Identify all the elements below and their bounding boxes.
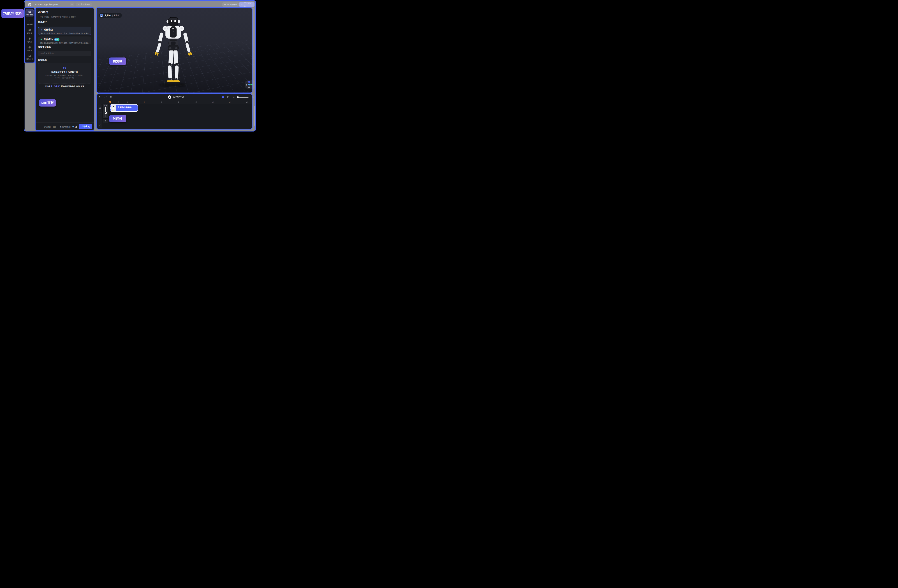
sidebar-item-expression-library[interactable]: 表情库 <box>26 29 34 34</box>
synthesize-save-button[interactable]: 合成并保存 <box>222 2 239 7</box>
screenshot-stage: A1机器人动作-我的项目1 文件未保存 合成并保存 下发到设备 动作模仿 <box>0 0 281 132</box>
gizmo-z-axis[interactable]: Z <box>248 81 250 83</box>
sidebar-item-label: 音频库 <box>27 49 32 52</box>
motion-track-icon[interactable] <box>99 115 101 117</box>
credits-remaining-label: 剩余积分 <box>44 126 52 128</box>
panel-subtitle: 上传个人视频，系统智能转换为机器人动作脚本 <box>38 16 76 18</box>
panel-footer-divider <box>35 122 94 123</box>
track-type-column <box>98 105 102 128</box>
sidebar-item-label: 动作模仿 <box>26 14 33 16</box>
sidebar-item-motion-library[interactable]: 动作库 <box>26 37 34 43</box>
lightning-icon <box>40 29 43 31</box>
pencil-icon <box>71 3 73 6</box>
ruler-minor-tick <box>187 101 187 103</box>
timeline-clip[interactable]: 超帅走路姿势 <box>110 104 138 112</box>
volume-thumb[interactable] <box>105 112 107 114</box>
ruler-tick-label: 10f <box>195 101 197 103</box>
audio-frame-icon <box>28 46 31 49</box>
video-upload-dropzone[interactable]: 拖拽至此或点击上传视频文件 支持 mp4、avi、mov 等格式，视频长度 30… <box>38 63 91 84</box>
timeline-scrollbar[interactable] <box>254 106 254 126</box>
sparkles-icon <box>28 20 31 23</box>
preview-viewport[interactable]: 灵犀X2 青春版 Z Y <box>97 8 254 92</box>
clip-trim-handle-left[interactable] <box>111 107 111 109</box>
play-button[interactable] <box>168 95 171 99</box>
function-panel: 动作模仿 上传个人视频，系统智能转换为机器人动作脚本 选择模式 动作模仿 快速模… <box>35 8 94 131</box>
zoom-in-button[interactable] <box>251 96 254 99</box>
credits-cost-label: 本次消耗积分 <box>60 126 71 128</box>
axis-gizmo[interactable]: Z Y <box>245 80 254 89</box>
sidebar-item-audio-arrange[interactable]: 音频编排 <box>26 20 34 26</box>
clip-trim-handle-right[interactable] <box>137 107 137 109</box>
fit-width-button[interactable] <box>227 95 230 98</box>
rename-project-button[interactable] <box>70 3 74 6</box>
ruler-tick-label: 12f <box>212 101 214 103</box>
ruler-minor-tick <box>118 101 119 103</box>
sidebar-item-label: 我的任务 <box>26 58 33 60</box>
material-name-label: 编辑素材名称 <box>38 46 51 49</box>
annotation-label-panel: 功能面板 <box>39 99 56 106</box>
timeline-zoom-slider[interactable] <box>237 97 249 97</box>
upload-hint-line1: 支持 mp4、avi、mov 等格式，视频长度 30 秒以内， <box>38 74 91 77</box>
app-logo-icon <box>28 3 32 6</box>
timeline-panel: 00:00 / 00:30 0f2f4f6f8f10f12f14f16f <box>97 94 254 129</box>
save-status-text: 文件未保存 <box>81 3 90 6</box>
gizmo-axis-neg[interactable] <box>248 86 250 88</box>
ruler-tick-label: 8f <box>178 101 179 103</box>
deploy-device-button[interactable]: 下发到设备 <box>239 2 254 7</box>
annotation-label-preview: 预览区 <box>109 57 126 65</box>
toolbar-divider <box>97 100 254 100</box>
play-icon <box>169 97 171 98</box>
undo-button[interactable] <box>99 96 101 99</box>
model-badge: 灵犀X2 青春版 <box>99 13 122 18</box>
gizmo-y-axis[interactable]: Y <box>248 84 250 86</box>
audio-track-icon[interactable] <box>99 123 101 126</box>
synthesize-save-label: 合成并保存 <box>228 3 237 6</box>
film-reel-icon <box>63 66 67 70</box>
gizmo-axis-neg[interactable] <box>246 84 247 86</box>
titlebar: A1机器人动作-我的项目1 文件未保存 合成并保存 下发到设备 <box>25 1 254 8</box>
credits-remaining-value: 300 <box>52 126 56 128</box>
gem-icon <box>72 126 74 128</box>
mode-desc: 快速模仿普通难度的全身动作，适用于小品戏剧等简单动作的快速演绎 <box>40 32 89 35</box>
delete-button[interactable] <box>110 95 112 98</box>
ruler-tick-label: 14f <box>229 101 231 103</box>
material-name-input[interactable] <box>38 51 91 56</box>
fit-clips-button[interactable] <box>221 96 224 99</box>
zoom-out-button[interactable] <box>232 96 235 99</box>
volume-value: 40% <box>103 105 109 106</box>
requirement-prefix: 请根据 <box>45 85 50 87</box>
ruler-minor-tick <box>221 101 221 103</box>
volume-popover: 40% <box>103 104 109 118</box>
sidebar-item-audio-library[interactable]: 音频库 <box>26 46 34 52</box>
mode-card-fast[interactable]: 动作模仿 快速模仿普通难度的全身动作，适用于小品戏剧等简单动作的快速演绎 <box>38 26 91 35</box>
sidebar-item-label: 音频编排 <box>26 23 33 26</box>
save-status: 文件未保存 <box>76 3 92 6</box>
mute-button[interactable] <box>103 119 109 123</box>
expression-track-icon[interactable] <box>99 107 101 109</box>
generate-button[interactable]: 立即生成 <box>79 124 92 129</box>
ruler-minor-tick <box>135 101 136 103</box>
sidebar-item-label: 动作库 <box>27 41 32 43</box>
app-window: A1机器人动作-我的项目1 文件未保存 合成并保存 下发到设备 动作模仿 <box>24 0 255 131</box>
requirement-suffix: 提供清晰完整的真人动作视频 <box>61 85 85 87</box>
clip-name: 超帅走路姿势 <box>120 106 132 109</box>
walking-person-icon <box>117 106 120 108</box>
speaker-icon <box>105 120 107 122</box>
redo-button[interactable] <box>104 96 107 99</box>
sidebar-item-motion-mimic[interactable]: 动作模仿 <box>26 9 34 17</box>
sidebar-item-my-tasks[interactable]: 我的任务 <box>26 55 34 60</box>
upload-requirements-link[interactable]: 【上传要求】 <box>50 85 61 87</box>
ruler-tick-label: 4f <box>144 101 145 103</box>
gizmo-x-axis[interactable] <box>251 84 253 86</box>
timeline-ruler[interactable]: 0f2f4f6f8f10f12f14f16f <box>97 101 254 104</box>
model-name: 灵犀X2 <box>105 14 111 17</box>
upload-requirement-note: 请根据【上传要求】提供清晰完整的真人动作视频 <box>35 85 94 88</box>
ruler-tick-label: 6f <box>161 101 162 103</box>
mode-card-pro[interactable]: 动作模仿 Pro 模仿复杂高精度高动态全身动作复现，适用于舞蹈功夫等丰富表达创作… <box>38 37 91 45</box>
add-video-label: 添加视频 <box>38 59 47 62</box>
upload-title: 拖拽至此或点击上传视频文件 <box>38 71 91 74</box>
mode-name: 动作模仿 <box>44 38 53 41</box>
zoom-slider-thumb[interactable] <box>237 96 239 98</box>
sidebar: 动作模仿 音频编排 表情库 动作库 音频库 我的任务 <box>25 8 35 131</box>
volume-slider[interactable] <box>105 107 106 117</box>
